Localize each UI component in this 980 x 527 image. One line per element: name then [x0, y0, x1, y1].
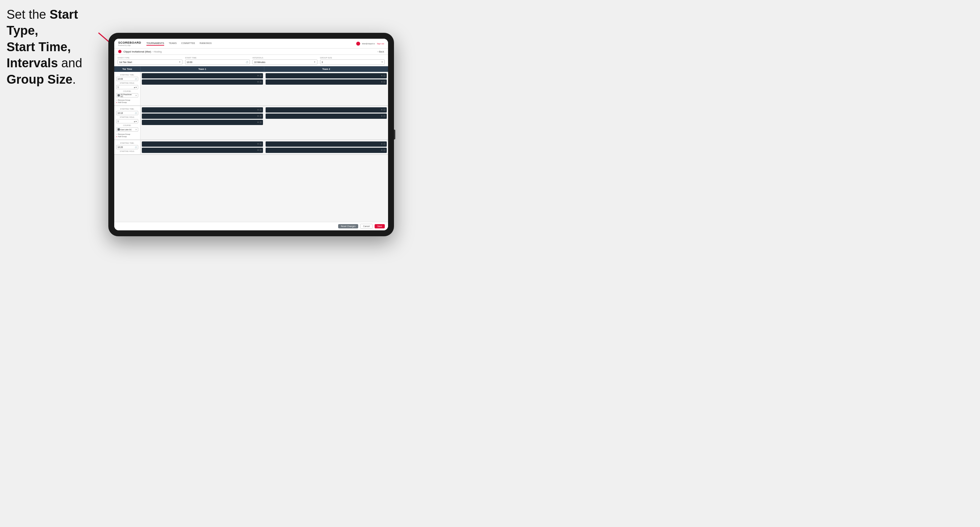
- player-x-2-1[interactable]: ✕: [381, 75, 383, 77]
- reset-changes-button[interactable]: Reset Changes: [338, 224, 358, 229]
- start-type-label: Start Type: [118, 57, 183, 59]
- starting-time-label-3: STARTING TIME:: [116, 142, 138, 144]
- player-expand-5-1[interactable]: ⊡: [260, 143, 262, 145]
- group-row-1: STARTING TIME: 10:00 🕐 STARTING HOLE: 1 …: [114, 72, 388, 106]
- intervals-select[interactable]: 10 Minutes ▼: [253, 59, 318, 65]
- bottom-bar: Reset Changes Cancel Save: [114, 222, 388, 230]
- player-x-6-2[interactable]: ✕: [381, 149, 383, 152]
- player-x-5-1[interactable]: ✕: [257, 143, 259, 145]
- player-expand-1-2[interactable]: ⊡: [260, 81, 262, 83]
- tee-sheet-table: Tee Time Team 1 Team 2 STARTING TIME: 10…: [114, 66, 388, 222]
- group-size-label: Group Size: [320, 57, 385, 59]
- col-header-team2: Team 2: [264, 66, 388, 72]
- player-x-2-2[interactable]: ✕: [381, 81, 383, 83]
- add-group-btn-2[interactable]: + Add Group: [116, 135, 138, 138]
- starting-time-input-1[interactable]: 10:00 🕐: [116, 77, 138, 81]
- group-row-3: STARTING TIME: 10:20 🕐 STARTING HOLE: ✕ …: [114, 140, 388, 155]
- player-row-6-1: ✕ ⊡: [266, 141, 387, 147]
- starting-hole-label-3: STARTING HOLE:: [116, 150, 138, 152]
- player-x-1-1[interactable]: ✕: [257, 75, 259, 77]
- player-row-1-1: ✕ ⊡: [142, 73, 263, 78]
- starting-hole-select-2[interactable]: 1 ▲▼: [116, 119, 138, 123]
- team1-col-3: ✕ ⊡ ✕ ⊡: [140, 140, 264, 154]
- player-x-4-1[interactable]: ✕: [381, 109, 383, 111]
- col-header-tee-time: Tee Time: [114, 66, 140, 72]
- course-icon-2: 🏌: [118, 128, 120, 130]
- nav-item-rankings[interactable]: RANKINGS: [200, 41, 212, 46]
- player-expand-3-1[interactable]: ⊡: [260, 109, 262, 111]
- add-group-btn-1[interactable]: + Add Group: [116, 102, 138, 103]
- tablet-screen: SCOREBOARD Powered by clipp TOURNAMENTS …: [114, 39, 388, 230]
- player-expand-3-2[interactable]: ⊡: [260, 115, 262, 117]
- starting-time-label-1: STARTING TIME:: [116, 74, 138, 76]
- nav-item-tournaments[interactable]: TOURNAMENTS: [146, 41, 164, 46]
- tablet-side-button: [394, 130, 395, 140]
- player-expand-2-1[interactable]: ⊡: [383, 75, 385, 77]
- player-row-4-2: ✕ ⊡: [266, 114, 387, 119]
- nav-item-committee[interactable]: COMMITTEE: [181, 41, 195, 46]
- starting-hole-select-1[interactable]: 1 ▲▼: [116, 85, 138, 89]
- player-x-1-2[interactable]: ✕: [257, 81, 259, 83]
- remove-group-btn-2[interactable]: ○ Remove Group: [116, 133, 138, 135]
- starting-time-label-2: STARTING TIME:: [116, 108, 138, 110]
- tee-time-col-1: STARTING TIME: 10:00 🕐 STARTING HOLE: 1 …: [114, 72, 140, 105]
- course-actions-1: ○ Remove Group + Add Group: [116, 99, 138, 103]
- col-header-team1: Team 1: [140, 66, 264, 72]
- user-avatar: [356, 42, 360, 46]
- group-size-select[interactable]: 3 ▼: [320, 59, 385, 65]
- nav-right: blair@clippd.io Sign out: [356, 42, 384, 46]
- start-time-arrow: 🕐: [246, 61, 248, 63]
- starting-time-input-3[interactable]: 10:20 🕐: [116, 145, 138, 149]
- group-size-group: Group Size 3 ▼: [320, 57, 385, 65]
- user-email: blair@clippd.io: [362, 43, 375, 44]
- sub-header: Clippd Invitational (Mar) › Hosting ‹ Ba…: [114, 49, 388, 55]
- player-expand-3-3[interactable]: ⊡: [260, 121, 262, 124]
- player-row-1-2: ✕ ⊡: [142, 79, 263, 85]
- player-x-6-1[interactable]: ✕: [381, 143, 383, 145]
- navbar: SCOREBOARD Powered by clipp TOURNAMENTS …: [114, 39, 388, 49]
- player-x-3-2[interactable]: ✕: [257, 115, 259, 117]
- player-x-4-2[interactable]: ✕: [381, 115, 383, 117]
- sign-out-link[interactable]: Sign out: [377, 43, 384, 44]
- start-time-select[interactable]: 10:00 🕐: [185, 59, 250, 65]
- start-type-value: 1st Tee Start: [119, 61, 132, 63]
- logo-sub: Powered by clipp: [118, 44, 141, 46]
- player-row-5-1: ✕ ⊡: [142, 141, 263, 147]
- course-tag-1[interactable]: 🏌 (A) Peachtree GC ✕: [116, 93, 138, 97]
- player-expand-4-1[interactable]: ⊡: [383, 109, 385, 111]
- intervals-arrow: ▼: [314, 61, 316, 63]
- player-expand-1-1[interactable]: ⊡: [260, 75, 262, 77]
- player-x-3-3[interactable]: ✕: [257, 121, 259, 124]
- save-button[interactable]: Save: [375, 224, 385, 229]
- player-x-3-1[interactable]: ✕: [257, 109, 259, 111]
- player-expand-5-2[interactable]: ⊡: [260, 149, 262, 152]
- player-x-5-2[interactable]: ✕: [257, 149, 259, 152]
- nav-item-teams[interactable]: TEAMS: [169, 41, 177, 46]
- team1-col-2: ✕ ⊡ ✕ ⊡ ✕ ⊡: [140, 106, 264, 140]
- start-type-select[interactable]: 1st Tee Start ▼: [118, 59, 183, 65]
- course-actions-2: ○ Remove Group + Add Group: [116, 133, 138, 138]
- player-expand-2-2[interactable]: ⊡: [383, 81, 385, 83]
- player-expand-6-2[interactable]: ⊡: [383, 149, 385, 152]
- starting-hole-label-2: STARTING HOLE:: [116, 116, 138, 118]
- table-header: Tee Time Team 1 Team 2: [114, 66, 388, 72]
- intervals-label: Intervals: [253, 57, 318, 59]
- player-row-4-1: ✕ ⊡: [266, 107, 387, 113]
- remove-group-btn-1[interactable]: ○ Remove Group: [116, 99, 138, 101]
- player-expand-6-1[interactable]: ⊡: [383, 143, 385, 145]
- start-type-group: Start Type 1st Tee Start ▼: [118, 57, 183, 65]
- player-expand-4-2[interactable]: ⊡: [383, 115, 385, 117]
- sub-header-logo: [118, 50, 121, 53]
- back-button[interactable]: ‹ Back: [377, 51, 384, 53]
- player-row-3-3: ✕ ⊡: [142, 120, 263, 125]
- nav-items: TOURNAMENTS TEAMS COMMITTEE RANKINGS: [146, 41, 356, 46]
- player-row-5-2: ✕ ⊡: [142, 148, 263, 153]
- starting-time-input-2[interactable]: 10:10 🕐: [116, 111, 138, 115]
- starting-hole-label-1: STARTING HOLE:: [116, 82, 138, 84]
- group-row-2: STARTING TIME: 10:10 🕐 STARTING HOLE: 1 …: [114, 106, 388, 140]
- start-time-label: Start Time: [185, 57, 250, 59]
- course-tag-2[interactable]: 🏌 East Lake GC ✕: [116, 127, 138, 132]
- tee-time-col-2: STARTING TIME: 10:10 🕐 STARTING HOLE: 1 …: [114, 106, 140, 140]
- cancel-button[interactable]: Cancel: [360, 224, 372, 229]
- controls-row: Start Type 1st Tee Start ▼ Start Time 10…: [114, 55, 388, 66]
